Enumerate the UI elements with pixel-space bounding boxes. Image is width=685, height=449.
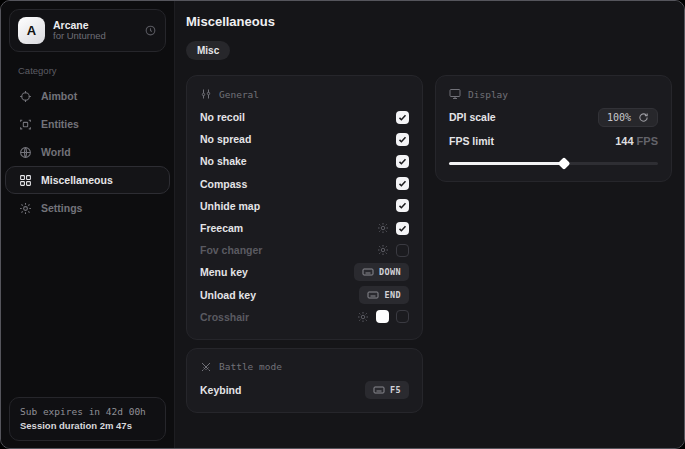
main-panel: Miscellaneous Misc General No recoil	[175, 1, 685, 448]
session-duration-text: Session duration 2m 47s	[20, 419, 155, 433]
globe-icon	[19, 146, 32, 159]
fps-limit-slider[interactable]	[449, 156, 658, 170]
app-window: A Arcane for Unturned Category Aimbot En…	[0, 0, 685, 449]
setting-row: Compass	[200, 173, 409, 195]
fov-changer-checkbox[interactable]	[396, 244, 409, 257]
display-section: Display DPI scale 100% FPS limit	[435, 75, 672, 182]
crosshair-icon	[19, 90, 32, 103]
setting-label: Unload key	[200, 289, 359, 301]
setting-row: DPI scale 100%	[449, 106, 658, 128]
setting-label: No recoil	[200, 111, 396, 123]
setting-row: Unload key END	[200, 284, 409, 306]
general-section: General No recoil No spread No shake	[186, 75, 423, 340]
setting-row: Fov changer	[200, 239, 409, 261]
page-title: Miscellaneous	[186, 14, 672, 29]
unhide-map-checkbox[interactable]	[396, 199, 409, 212]
sub-expiry-text: Sub expires in 42d 00h	[20, 405, 155, 419]
sidebar-item-label: Settings	[41, 202, 82, 214]
setting-row: Unhide map	[200, 195, 409, 217]
setting-row: No recoil	[200, 106, 409, 128]
freecam-gear-icon[interactable]	[377, 222, 389, 234]
compass-checkbox[interactable]	[396, 177, 409, 190]
crosshair-gear-icon[interactable]	[357, 311, 369, 323]
setting-row: Crosshair	[200, 306, 409, 328]
app-logo: A	[18, 17, 45, 44]
keyboard-icon	[362, 266, 374, 278]
setting-label: Crosshair	[200, 311, 357, 323]
keybind-value: F5	[390, 385, 401, 395]
fps-slider-thumb[interactable]	[558, 158, 571, 171]
setting-label: Compass	[200, 178, 396, 190]
freecam-checkbox[interactable]	[396, 222, 409, 235]
dpi-value: 100%	[607, 112, 631, 123]
sidebar-item-miscellaneous[interactable]: Miscellaneous	[5, 166, 170, 194]
monitor-icon	[449, 88, 461, 100]
keybind-value: END	[384, 290, 401, 300]
setting-label: Unhide map	[200, 200, 396, 212]
section-title: General	[219, 89, 259, 100]
no-spread-checkbox[interactable]	[396, 133, 409, 146]
setting-label: Menu key	[200, 266, 354, 278]
fps-slider-fill	[449, 162, 564, 165]
tab-bar: Misc	[186, 40, 672, 60]
subscription-card: Sub expires in 42d 00h Session duration …	[9, 397, 166, 442]
setting-label: Freecam	[200, 222, 377, 234]
swords-icon	[200, 361, 212, 373]
setting-row: FPS limit 144 FPS	[449, 130, 658, 152]
dpi-scale-control[interactable]: 100%	[598, 108, 658, 127]
no-shake-checkbox[interactable]	[396, 155, 409, 168]
menu-keybind-button[interactable]: DOWN	[354, 263, 409, 281]
tab-misc[interactable]: Misc	[186, 41, 230, 60]
fps-unit: FPS	[637, 135, 658, 147]
setting-row: Menu key DOWN	[200, 261, 409, 283]
setting-row: No shake	[200, 150, 409, 172]
sidebar-item-world[interactable]: World	[5, 138, 170, 166]
keyboard-icon	[373, 384, 385, 396]
fov-changer-gear-icon[interactable]	[377, 244, 389, 256]
fps-value: 144	[615, 135, 633, 147]
sliders-icon	[200, 88, 212, 100]
crosshair-color-swatch[interactable]	[376, 310, 389, 323]
setting-label: No shake	[200, 155, 396, 167]
target-icon[interactable]	[144, 24, 157, 37]
grid-icon	[19, 174, 32, 187]
sidebar-item-aimbot[interactable]: Aimbot	[5, 82, 170, 110]
setting-label: Keybind	[200, 384, 365, 396]
setting-row: Keybind F5	[200, 379, 409, 401]
keyboard-icon	[367, 289, 379, 301]
setting-row: Freecam	[200, 217, 409, 239]
setting-label: Fov changer	[200, 244, 377, 256]
sidebar-item-settings[interactable]: Settings	[5, 194, 170, 222]
keybind-value: DOWN	[379, 267, 401, 277]
crosshair-checkbox[interactable]	[396, 310, 409, 323]
cube-scan-icon	[19, 118, 32, 131]
setting-label: FPS limit	[449, 135, 615, 147]
refresh-icon[interactable]	[638, 112, 649, 123]
app-subtitle: for Unturned	[53, 31, 136, 42]
gear-icon	[19, 202, 32, 215]
no-recoil-checkbox[interactable]	[396, 111, 409, 124]
setting-label: DPI scale	[449, 111, 598, 123]
section-title: Battle mode	[219, 361, 282, 372]
unload-keybind-button[interactable]: END	[359, 286, 409, 304]
sidebar: A Arcane for Unturned Category Aimbot En…	[1, 1, 175, 448]
battle-keybind-button[interactable]: F5	[365, 381, 409, 399]
sidebar-item-label: World	[41, 146, 71, 158]
battle-mode-section: Battle mode Keybind F5	[186, 348, 423, 413]
sidebar-nav: Aimbot Entities World Miscellaneous Sett…	[1, 82, 174, 222]
setting-label: No spread	[200, 133, 396, 145]
sidebar-item-label: Entities	[41, 118, 79, 130]
sidebar-item-entities[interactable]: Entities	[5, 110, 170, 138]
section-title: Display	[468, 89, 508, 100]
setting-row: No spread	[200, 128, 409, 150]
category-label: Category	[18, 65, 174, 76]
app-header-card: A Arcane for Unturned	[9, 9, 166, 52]
sidebar-item-label: Aimbot	[41, 90, 77, 102]
sidebar-item-label: Miscellaneous	[41, 174, 113, 186]
